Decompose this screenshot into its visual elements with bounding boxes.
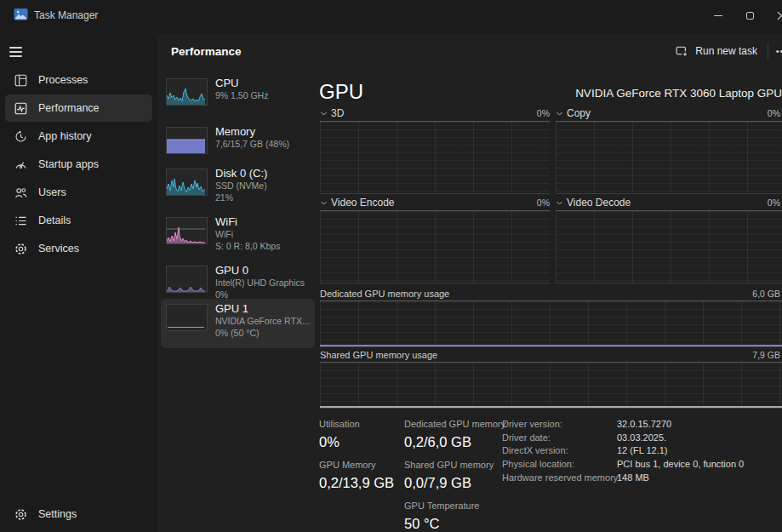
task-manager-app-icon — [14, 8, 28, 21]
detail-label: Driver date: — [502, 432, 617, 445]
performance-sensor-list: CPU 9% 1,50 GHz Memory 7,6/15,7 GB (48%) — [157, 34, 319, 532]
stat-value: 50 °C — [404, 515, 505, 532]
detail-physical-location: Physical location: PCI bus 1, device 0, … — [502, 458, 744, 472]
stat-label: GPU Memory — [319, 460, 394, 471]
gpu-detail-panel: GPU NVIDIA GeForce RTX 3060 Laptop GPU 3… — [319, 34, 782, 532]
sidebar-item-details[interactable]: Details — [5, 207, 152, 234]
memory-mini-chart — [166, 127, 208, 154]
wifi-mini-chart — [166, 217, 208, 244]
detail-driver-version: Driver version: 32.0.15.7270 — [502, 418, 744, 432]
stats-column-2: Dedicated GPU memory 0,2/6,0 GB Shared G… — [404, 419, 505, 532]
window-title: Task Manager — [34, 9, 98, 21]
perf-item-gpu0[interactable]: GPU 0 Intel(R) UHD Graphics 0% — [161, 260, 315, 304]
driver-details: Driver version: 32.0.15.7270 Driver date… — [502, 418, 744, 485]
sidebar-item-label: Services — [38, 243, 79, 255]
perf-item-cpu[interactable]: CPU 9% 1,50 GHz — [161, 73, 315, 109]
perf-item-wifi[interactable]: WiFi WiFi S: 0 R: 8,0 Kbps — [161, 212, 315, 255]
maximize-icon — [746, 12, 754, 20]
gpu-copy-chart[interactable] — [556, 121, 782, 194]
perf-item-title: WiFi — [215, 215, 280, 229]
detail-driver-date: Driver date: 03.03.2025. — [502, 432, 744, 445]
engine-value: 0% — [768, 197, 780, 208]
chevron-down-icon[interactable] — [556, 199, 563, 207]
titlebar: Task Manager — [0, 0, 782, 31]
sidebar-item-users[interactable]: Users — [5, 179, 152, 206]
perf-item-gpu1[interactable]: GPU 1 NVIDIA GeForce RTX... 0% (50 °C) — [161, 299, 315, 348]
perf-item-title: CPU — [215, 77, 268, 90]
sidebar-item-label: App history — [38, 130, 92, 142]
detail-hardware-reserved-memory: Hardware reserved memory: 148 MB — [502, 472, 744, 485]
stat-value: 0,2/13,9 GB — [319, 474, 394, 492]
perf-item-subtitle: WiFi — [215, 229, 280, 241]
chevron-down-icon[interactable] — [320, 199, 328, 207]
shared-memory-header: Shared GPU memory usage 7,9 GB — [320, 349, 780, 361]
perf-item-disk0[interactable]: Disk 0 (C:) SSD (NVMe) 21% — [161, 163, 315, 207]
chart-header-video-encode: Video Encode 0% — [320, 197, 550, 209]
chart-header-3d: 3D 0% — [320, 107, 550, 119]
stat-label: GPU Temperature — [404, 501, 505, 512]
sidebar-item-app-history[interactable]: App history — [5, 123, 152, 150]
detail-label: Hardware reserved memory: — [502, 472, 617, 485]
sidebar-item-label: Users — [38, 186, 66, 198]
perf-item-subtitle2: 0% (50 °C) — [215, 328, 310, 340]
detail-directx-version: DirectX version: 12 (FL 12.1) — [502, 444, 744, 458]
startup-apps-icon — [14, 158, 27, 171]
task-manager-window: Task Manager Processes Performance — [0, 0, 782, 532]
stat-utilisation: Utilisation 0% — [319, 419, 394, 451]
engine-label: Copy — [567, 107, 591, 119]
chevron-down-icon[interactable] — [556, 110, 563, 117]
memory-chart-label: Shared GPU memory usage — [320, 350, 437, 360]
perf-item-title: GPU 1 — [215, 302, 310, 316]
sidebar-settings: Settings — [0, 501, 157, 529]
gpu-video-decode-chart[interactable] — [556, 210, 782, 283]
perf-item-title: Disk 0 (C:) — [215, 167, 267, 180]
detail-label: Physical location: — [502, 458, 617, 472]
chart-header-copy: Copy 0% — [556, 107, 780, 119]
gpu0-mini-chart — [166, 266, 208, 293]
stat-label: Utilisation — [319, 419, 394, 430]
stat-gpu-temperature: GPU Temperature 50 °C — [404, 501, 505, 532]
chart-header-video-decode: Video Decode 0% — [556, 197, 780, 209]
shared-memory-usage-line — [320, 406, 782, 408]
details-icon — [14, 215, 27, 227]
sidebar-item-label: Performance — [38, 102, 100, 114]
minimize-button[interactable] — [707, 0, 729, 31]
sidebar-item-label: Details — [38, 215, 71, 226]
perf-item-subtitle: Intel(R) UHD Graphics — [215, 277, 305, 289]
sidebar-item-processes[interactable]: Processes — [5, 66, 152, 94]
memory-chart-capacity: 6,0 GB — [752, 289, 780, 299]
stat-value: 0,2/6,0 GB — [404, 433, 505, 451]
chevron-down-icon[interactable] — [320, 110, 328, 117]
dedicated-memory-chart[interactable] — [320, 300, 782, 347]
app-history-icon — [14, 130, 27, 143]
users-icon — [14, 186, 27, 199]
detail-value: PCI bus 1, device 0, function 0 — [617, 458, 744, 472]
close-button[interactable] — [770, 0, 782, 31]
stat-value: 0,0/7,9 GB — [404, 474, 505, 492]
disk-mini-chart — [166, 169, 208, 196]
close-icon — [777, 11, 782, 20]
sidebar-item-settings[interactable]: Settings — [5, 501, 152, 528]
stat-shared-memory: Shared GPU memory 0,0/7,9 GB — [404, 460, 505, 492]
perf-item-subtitle: 9% 1,50 GHz — [215, 90, 268, 102]
maximize-button[interactable] — [739, 0, 761, 31]
perf-item-subtitle: SSD (NVMe) — [215, 180, 267, 192]
performance-icon — [14, 102, 27, 115]
engine-label: 3D — [331, 107, 344, 119]
detail-value: 148 MB — [617, 472, 649, 485]
gpu-video-encode-chart[interactable] — [320, 210, 550, 283]
perf-item-title: GPU 0 — [215, 264, 305, 277]
shared-memory-chart[interactable] — [320, 362, 782, 409]
perf-item-memory[interactable]: Memory 7,6/15,7 GB (48%) — [161, 122, 315, 157]
sidebar-item-services[interactable]: Services — [5, 235, 152, 262]
gpu-3d-chart[interactable] — [320, 121, 550, 194]
dedicated-memory-usage-line — [320, 345, 782, 346]
detail-label: DirectX version: — [502, 444, 617, 458]
sidebar-item-performance[interactable]: Performance — [5, 94, 152, 122]
sidebar-item-startup-apps[interactable]: Startup apps — [5, 151, 152, 178]
stat-label: Shared GPU memory — [404, 460, 505, 471]
navigation-menu-button[interactable] — [9, 41, 32, 63]
gear-icon — [14, 508, 27, 521]
main-panel: Performance Run new task ••• — [157, 34, 782, 532]
cpu-mini-chart — [166, 78, 208, 106]
